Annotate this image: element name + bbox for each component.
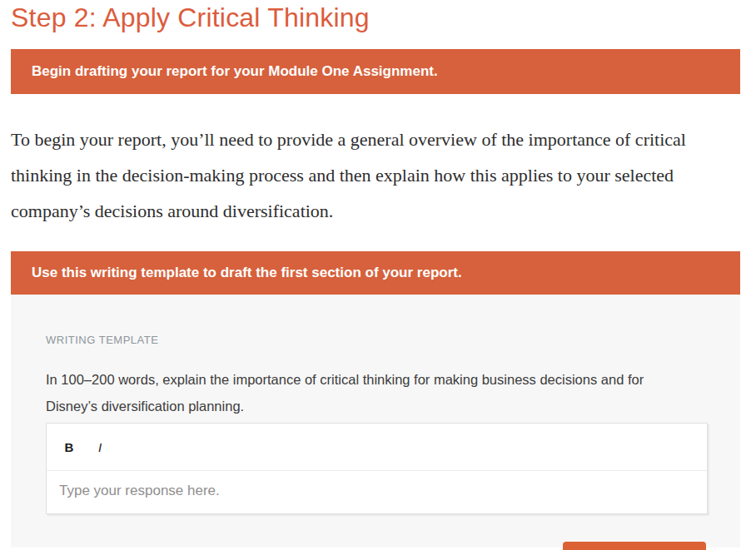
response-input[interactable] xyxy=(47,471,707,513)
assignment-banner: Begin drafting your report for your Modu… xyxy=(11,49,740,94)
page-content: Step 2: Apply Critical Thinking Begin dr… xyxy=(11,0,740,548)
save-button[interactable] xyxy=(563,542,706,550)
template-banner: Use this writing template to draft the f… xyxy=(11,251,740,295)
italic-button[interactable]: I xyxy=(87,434,113,460)
prompt-text: In 100–200 words, explain the importance… xyxy=(46,366,658,419)
intro-paragraph: To begin your report, you’ll need to pro… xyxy=(11,121,734,229)
lesson-page: Step 2: Apply Critical Thinking Begin dr… xyxy=(0,0,756,550)
writing-template-panel: WRITING TEMPLATE In 100–200 words, expla… xyxy=(11,295,740,548)
bold-button[interactable]: B xyxy=(56,434,82,460)
assignment-banner-text: Begin drafting your report for your Modu… xyxy=(32,62,438,81)
editor-toolbar: B I xyxy=(47,424,707,471)
writing-template-label: WRITING TEMPLATE xyxy=(46,334,740,346)
response-editor: B I xyxy=(46,423,708,514)
page-title: Step 2: Apply Critical Thinking xyxy=(11,0,740,33)
template-banner-text: Use this writing template to draft the f… xyxy=(32,264,462,282)
